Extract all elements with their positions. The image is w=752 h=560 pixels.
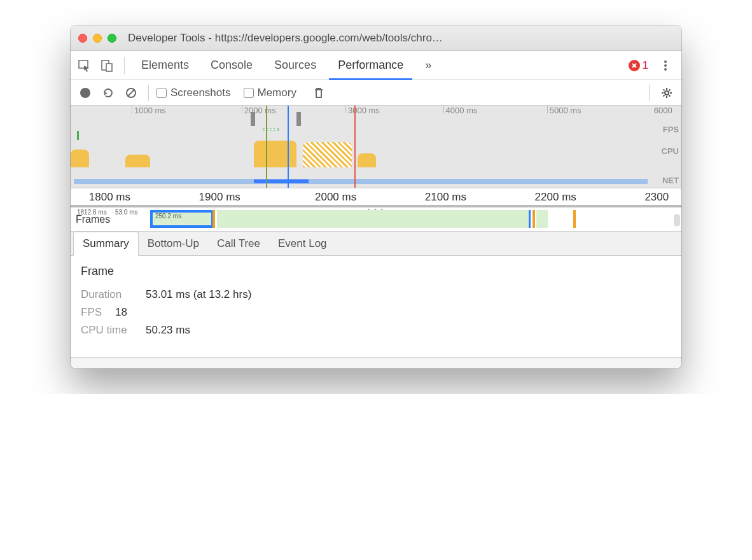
ruler-tick: 1900 ms: [199, 191, 240, 204]
tab-performance[interactable]: Performance: [329, 51, 412, 80]
frames-track[interactable]: • • • Frames 1812.6 ms 53.0 ms 250.2 ms: [71, 207, 681, 232]
tab-bottom-up[interactable]: Bottom-Up: [139, 232, 208, 255]
summary-row: FPS 18: [81, 306, 671, 319]
performance-toolbar: Screenshots Memory: [71, 80, 681, 106]
cpu-activity: [71, 150, 89, 167]
ruler-tick: 6000: [654, 106, 672, 115]
marker-line: [288, 106, 289, 188]
selection-handle-left[interactable]: [251, 112, 255, 126]
frame-block[interactable]: [536, 210, 548, 228]
ruler-tick: 2300: [644, 191, 669, 204]
settings-gear-icon[interactable]: [657, 83, 676, 102]
window-maximize-button[interactable]: [108, 34, 116, 43]
status-bar: [71, 357, 681, 368]
frame-marker: [573, 210, 576, 228]
net-activity: [254, 179, 309, 183]
frame-marker: [533, 210, 535, 228]
cpu-activity: [254, 141, 296, 167]
window-close-button[interactable]: [78, 34, 87, 43]
summary-value: 53.01 ms (at 13.2 hrs): [146, 288, 251, 301]
summary-title: Frame: [81, 265, 671, 278]
svg-point-8: [665, 91, 669, 95]
ruler-tick: 2200 ms: [535, 191, 576, 204]
summary-panel: Frame Duration 53.01 ms (at 13.2 hrs) FP…: [71, 256, 681, 357]
scrollbar-thumb[interactable]: [674, 214, 680, 227]
frame-time-label: 1812.6 ms: [77, 209, 107, 216]
net-activity: [74, 179, 648, 184]
tab-sources[interactable]: Sources: [265, 51, 325, 80]
screenshots-checkbox[interactable]: Screenshots: [157, 87, 231, 99]
main-tabs: Elements Console Sources Performance » 1: [71, 51, 681, 80]
device-toggle-icon[interactable]: [97, 56, 116, 75]
window-minimize-button[interactable]: [93, 34, 102, 43]
error-badge[interactable]: 1: [629, 59, 648, 72]
frame-time-label: 53.0 ms: [115, 209, 138, 216]
marker-line: [266, 106, 267, 188]
summary-value: 50.23 ms: [146, 324, 190, 337]
traffic-lights: [78, 34, 116, 43]
net-lane-label: NET: [662, 176, 679, 185]
overview-timeline[interactable]: 1000 ms 2000 ms 3000 ms 4000 ms 5000 ms …: [71, 106, 681, 188]
memory-label: Memory: [258, 87, 296, 99]
svg-rect-2: [106, 64, 112, 71]
cpu-activity: [303, 142, 352, 167]
ruler-tick: 3000 ms: [348, 106, 380, 115]
summary-value: 18: [115, 306, 127, 319]
svg-point-3: [664, 60, 667, 63]
trash-button[interactable]: [309, 83, 328, 102]
selection-handle-right[interactable]: [296, 112, 301, 126]
summary-row: Duration 53.01 ms (at 13.2 hrs): [81, 288, 671, 301]
ruler-tick: 1800 ms: [89, 191, 130, 204]
cpu-activity: [125, 155, 150, 167]
frame-marker: [212, 210, 215, 228]
tabs-overflow[interactable]: »: [416, 51, 440, 80]
ruler-tick: 2000 ms: [244, 106, 276, 115]
fps-bar: [263, 129, 279, 130]
summary-key: Duration: [81, 288, 138, 301]
frame-marker: [529, 210, 531, 228]
svg-point-5: [664, 68, 667, 71]
window-title: Developer Tools - https://developers.goo…: [128, 32, 674, 45]
reload-button[interactable]: [99, 83, 118, 102]
inspect-element-icon[interactable]: [74, 56, 94, 75]
separator: [148, 85, 149, 101]
svg-point-4: [664, 64, 667, 67]
tab-event-log[interactable]: Event Log: [269, 232, 336, 255]
tab-elements[interactable]: Elements: [132, 51, 198, 80]
fps-bar: [77, 131, 79, 140]
frame-time-label: 250.2 ms: [155, 213, 181, 220]
record-button[interactable]: [76, 83, 95, 102]
marker-line: [354, 106, 356, 188]
overview-ruler: 1000 ms 2000 ms 3000 ms 4000 ms 5000 ms …: [71, 106, 681, 121]
tab-console[interactable]: Console: [202, 51, 261, 80]
fps-lane-label: FPS: [663, 125, 679, 134]
error-count: 1: [643, 59, 648, 72]
clear-button[interactable]: [122, 83, 141, 102]
tab-summary[interactable]: Summary: [73, 232, 139, 256]
summary-key: CPU time: [81, 324, 138, 337]
ruler-tick: 4000 ms: [446, 106, 478, 115]
frame-block[interactable]: [217, 210, 529, 228]
ruler-tick: 2000 ms: [315, 191, 356, 204]
detail-ruler[interactable]: 1800 ms 1900 ms 2000 ms 2100 ms 2200 ms …: [71, 188, 681, 207]
svg-line-7: [128, 90, 134, 96]
memory-checkbox[interactable]: Memory: [244, 87, 296, 99]
kebab-menu-icon[interactable]: [656, 56, 675, 75]
frame-block-selected[interactable]: 250.2 ms: [150, 210, 214, 228]
separator: [649, 85, 650, 101]
screenshots-label: Screenshots: [171, 87, 231, 99]
cpu-activity: [358, 153, 376, 167]
separator: [124, 57, 125, 74]
ruler-tick: 2100 ms: [425, 191, 466, 204]
tab-call-tree[interactable]: Call Tree: [208, 232, 269, 255]
cpu-lane-label: CPU: [662, 146, 679, 156]
ruler-tick: 1000 ms: [134, 106, 166, 115]
error-icon: [629, 60, 640, 71]
titlebar: Developer Tools - https://developers.goo…: [71, 25, 681, 51]
detail-tabs: Summary Bottom-Up Call Tree Event Log: [71, 232, 681, 256]
devtools-window: Developer Tools - https://developers.goo…: [71, 25, 681, 368]
checkbox-icon: [157, 88, 167, 98]
summary-row: CPU time 50.23 ms: [81, 324, 671, 337]
checkbox-icon: [244, 88, 254, 98]
summary-key: FPS: [81, 306, 108, 319]
